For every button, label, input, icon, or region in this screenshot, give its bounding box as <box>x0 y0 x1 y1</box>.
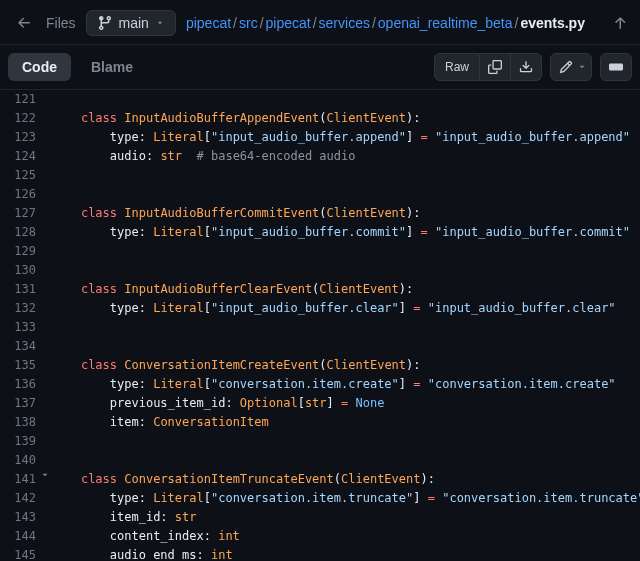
line-number[interactable]: 141 <box>0 470 52 489</box>
code-line: 139 <box>0 432 640 451</box>
download-icon[interactable] <box>511 53 542 81</box>
chevron-down-icon[interactable] <box>40 470 50 480</box>
code-text: type: Literal["conversation.item.create"… <box>52 375 640 394</box>
line-number[interactable]: 126 <box>0 185 52 204</box>
code-text: class InputAudioBufferClearEvent(ClientE… <box>52 280 640 299</box>
code-line: 144 content_index: int <box>0 527 640 546</box>
line-number[interactable]: 129 <box>0 242 52 261</box>
copy-icon[interactable] <box>480 53 511 81</box>
code-text: class ConversationItemTruncateEvent(Clie… <box>52 470 640 489</box>
code-text: type: Literal["conversation.item.truncat… <box>52 489 640 508</box>
crumb-0[interactable]: pipecat <box>186 15 231 31</box>
caret-down-icon <box>577 62 587 72</box>
code-text: type: Literal["input_audio_buffer.append… <box>52 128 640 147</box>
code-line: 129 <box>0 242 640 261</box>
line-number[interactable]: 127 <box>0 204 52 223</box>
code-line: 124 audio: str # base64-encoded audio <box>0 147 640 166</box>
line-number[interactable]: 134 <box>0 337 52 356</box>
line-number[interactable]: 139 <box>0 432 52 451</box>
code-line: 127 class InputAudioBufferCommitEvent(Cl… <box>0 204 640 223</box>
code-text: content_index: int <box>52 527 640 546</box>
line-number[interactable]: 137 <box>0 394 52 413</box>
code-line: 130 <box>0 261 640 280</box>
code-text: item_id: str <box>52 508 640 527</box>
file-toolbar: Code Blame Raw <box>0 45 640 90</box>
code-line: 135 class ConversationItemCreateEvent(Cl… <box>0 356 640 375</box>
crumb-2[interactable]: pipecat <box>266 15 311 31</box>
line-number[interactable]: 144 <box>0 527 52 546</box>
line-number[interactable]: 130 <box>0 261 52 280</box>
code-viewer[interactable]: 121122 class InputAudioBufferAppendEvent… <box>0 90 640 561</box>
line-number[interactable]: 121 <box>0 90 52 109</box>
branch-icon <box>97 15 113 31</box>
code-text: type: Literal["input_audio_buffer.clear"… <box>52 299 640 318</box>
code-line: 137 previous_item_id: Optional[str] = No… <box>0 394 640 413</box>
files-link[interactable]: Files <box>46 15 76 31</box>
code-text: type: Literal["input_audio_buffer.commit… <box>52 223 640 242</box>
code-line: 122 class InputAudioBufferAppendEvent(Cl… <box>0 109 640 128</box>
tab-blame[interactable]: Blame <box>77 53 147 81</box>
crumb-3[interactable]: services <box>319 15 370 31</box>
code-line: 140 <box>0 451 640 470</box>
code-line: 134 <box>0 337 640 356</box>
back-arrow-icon[interactable] <box>12 11 36 35</box>
breadcrumb: pipecat/src/pipecat/services/openai_real… <box>186 15 585 31</box>
branch-selector[interactable]: main <box>86 10 176 36</box>
code-line: 143 item_id: str <box>0 508 640 527</box>
code-text: audio_end_ms: int <box>52 546 640 561</box>
line-number[interactable]: 135 <box>0 356 52 375</box>
line-number[interactable]: 143 <box>0 508 52 527</box>
code-line: 132 type: Literal["input_audio_buffer.cl… <box>0 299 640 318</box>
line-number[interactable]: 132 <box>0 299 52 318</box>
edit-icon[interactable] <box>550 53 592 81</box>
crumb-file: events.py <box>520 15 585 31</box>
code-line: 141 class ConversationItemTruncateEvent(… <box>0 470 640 489</box>
code-text: class ConversationItemCreateEvent(Client… <box>52 356 640 375</box>
code-line: 123 type: Literal["input_audio_buffer.ap… <box>0 128 640 147</box>
crumb-1[interactable]: src <box>239 15 258 31</box>
line-number[interactable]: 142 <box>0 489 52 508</box>
code-line: 142 type: Literal["conversation.item.tru… <box>0 489 640 508</box>
caret-down-icon <box>155 18 165 28</box>
line-number[interactable]: 145 <box>0 546 52 561</box>
line-number[interactable]: 131 <box>0 280 52 299</box>
tab-code[interactable]: Code <box>8 53 71 81</box>
code-line: 128 type: Literal["input_audio_buffer.co… <box>0 223 640 242</box>
branch-name: main <box>119 15 149 31</box>
line-number[interactable]: 125 <box>0 166 52 185</box>
code-line: 121 <box>0 90 640 109</box>
line-number[interactable]: 140 <box>0 451 52 470</box>
code-line: 145 audio_end_ms: int <box>0 546 640 561</box>
code-text: class InputAudioBufferAppendEvent(Client… <box>52 109 640 128</box>
line-number[interactable]: 124 <box>0 147 52 166</box>
line-number[interactable]: 128 <box>0 223 52 242</box>
line-number[interactable]: 123 <box>0 128 52 147</box>
code-line: 133 <box>0 318 640 337</box>
line-number[interactable]: 136 <box>0 375 52 394</box>
code-text: item: ConversationItem <box>52 413 640 432</box>
line-number[interactable]: 138 <box>0 413 52 432</box>
code-line: 126 <box>0 185 640 204</box>
code-line: 138 item: ConversationItem <box>0 413 640 432</box>
code-text: audio: str # base64-encoded audio <box>52 147 640 166</box>
line-number[interactable]: 122 <box>0 109 52 128</box>
code-text: class InputAudioBufferCommitEvent(Client… <box>52 204 640 223</box>
more-icon[interactable] <box>600 53 632 81</box>
code-line: 125 <box>0 166 640 185</box>
code-text: previous_item_id: Optional[str] = None <box>52 394 640 413</box>
crumb-4[interactable]: openai_realtime_beta <box>378 15 513 31</box>
code-line: 131 class InputAudioBufferClearEvent(Cli… <box>0 280 640 299</box>
code-line: 136 type: Literal["conversation.item.cre… <box>0 375 640 394</box>
toolbar-right: Raw <box>434 53 632 81</box>
file-header: Files main pipecat/src/pipecat/services/… <box>0 0 640 45</box>
scroll-top-icon[interactable] <box>612 15 628 31</box>
line-number[interactable]: 133 <box>0 318 52 337</box>
raw-button[interactable]: Raw <box>434 53 480 81</box>
